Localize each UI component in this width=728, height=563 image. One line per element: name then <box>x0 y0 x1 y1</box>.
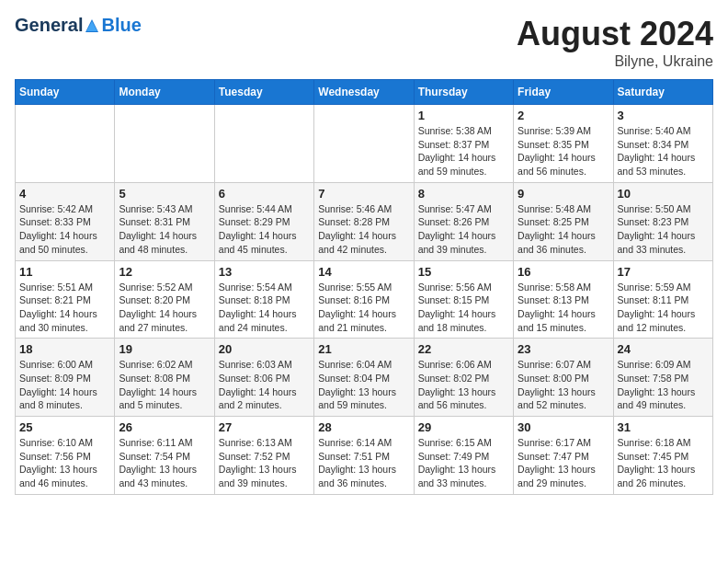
day-number: 25 <box>19 420 110 434</box>
week-row-2: 4Sunrise: 5:42 AM Sunset: 8:33 PM Daylig… <box>16 182 713 260</box>
calendar-cell: 11Sunrise: 5:51 AM Sunset: 8:21 PM Dayli… <box>16 260 115 339</box>
day-number: 31 <box>618 420 709 434</box>
day-number: 20 <box>219 342 310 356</box>
calendar-cell: 1Sunrise: 5:38 AM Sunset: 8:37 PM Daylig… <box>414 105 513 183</box>
calendar-cell: 24Sunrise: 6:09 AM Sunset: 7:58 PM Dayli… <box>613 339 712 417</box>
calendar-cell: 28Sunrise: 6:14 AM Sunset: 7:51 PM Dayli… <box>314 417 414 495</box>
calendar-cell: 7Sunrise: 5:46 AM Sunset: 8:28 PM Daylig… <box>314 182 414 260</box>
day-number: 14 <box>318 265 409 279</box>
calendar-cell: 26Sunrise: 6:11 AM Sunset: 7:54 PM Dayli… <box>115 417 214 495</box>
calendar-cell: 10Sunrise: 5:50 AM Sunset: 8:23 PM Dayli… <box>613 182 712 260</box>
day-number: 16 <box>518 265 609 279</box>
day-info: Sunrise: 6:15 AM Sunset: 7:49 PM Dayligh… <box>418 436 509 490</box>
day-info: Sunrise: 5:42 AM Sunset: 8:33 PM Dayligh… <box>19 202 110 257</box>
day-info: Sunrise: 6:03 AM Sunset: 8:06 PM Dayligh… <box>219 358 310 412</box>
calendar-cell: 18Sunrise: 6:00 AM Sunset: 8:09 PM Dayli… <box>16 339 115 417</box>
logo-icon <box>84 17 100 34</box>
calendar-cell: 29Sunrise: 6:15 AM Sunset: 7:49 PM Dayli… <box>414 417 513 495</box>
day-number: 13 <box>219 265 310 279</box>
day-number: 28 <box>318 420 409 434</box>
day-number: 23 <box>518 342 609 356</box>
page-header: General Blue August 2024 Bilyne, Ukraine <box>15 15 713 70</box>
day-info: Sunrise: 5:50 AM Sunset: 8:23 PM Dayligh… <box>618 202 709 257</box>
day-info: Sunrise: 6:11 AM Sunset: 7:54 PM Dayligh… <box>119 436 210 490</box>
day-info: Sunrise: 5:48 AM Sunset: 8:25 PM Dayligh… <box>518 202 609 257</box>
day-number: 17 <box>618 265 709 279</box>
day-info: Sunrise: 5:39 AM Sunset: 8:35 PM Dayligh… <box>518 124 609 178</box>
calendar-body: 1Sunrise: 5:38 AM Sunset: 8:37 PM Daylig… <box>16 105 713 495</box>
week-row-3: 11Sunrise: 5:51 AM Sunset: 8:21 PM Dayli… <box>16 260 713 339</box>
day-info: Sunrise: 5:56 AM Sunset: 8:15 PM Dayligh… <box>418 281 509 335</box>
calendar-cell: 5Sunrise: 5:43 AM Sunset: 8:31 PM Daylig… <box>115 182 214 260</box>
day-info: Sunrise: 6:10 AM Sunset: 7:56 PM Dayligh… <box>19 436 110 490</box>
day-info: Sunrise: 5:55 AM Sunset: 8:16 PM Dayligh… <box>318 281 409 335</box>
calendar-cell: 19Sunrise: 6:02 AM Sunset: 8:08 PM Dayli… <box>115 339 214 417</box>
day-info: Sunrise: 6:04 AM Sunset: 8:04 PM Dayligh… <box>318 358 409 412</box>
day-info: Sunrise: 5:47 AM Sunset: 8:26 PM Dayligh… <box>418 202 509 257</box>
calendar-cell: 12Sunrise: 5:52 AM Sunset: 8:20 PM Dayli… <box>115 260 214 339</box>
day-number: 22 <box>418 342 509 356</box>
day-number: 30 <box>518 420 609 434</box>
day-info: Sunrise: 6:06 AM Sunset: 8:02 PM Dayligh… <box>418 358 509 412</box>
weekday-header-friday: Friday <box>514 80 613 105</box>
calendar-cell: 3Sunrise: 5:40 AM Sunset: 8:34 PM Daylig… <box>613 105 712 183</box>
day-info: Sunrise: 5:38 AM Sunset: 8:37 PM Dayligh… <box>418 124 509 178</box>
calendar-cell <box>16 105 115 183</box>
calendar-table: SundayMondayTuesdayWednesdayThursdayFrid… <box>15 79 713 495</box>
week-row-5: 25Sunrise: 6:10 AM Sunset: 7:56 PM Dayli… <box>16 417 713 495</box>
day-number: 27 <box>219 420 310 434</box>
day-info: Sunrise: 5:51 AM Sunset: 8:21 PM Dayligh… <box>19 281 110 335</box>
day-number: 3 <box>618 109 709 122</box>
day-info: Sunrise: 5:52 AM Sunset: 8:20 PM Dayligh… <box>119 281 210 335</box>
day-info: Sunrise: 5:58 AM Sunset: 8:13 PM Dayligh… <box>518 281 609 335</box>
day-number: 1 <box>418 109 509 122</box>
calendar-cell: 13Sunrise: 5:54 AM Sunset: 8:18 PM Dayli… <box>214 260 313 339</box>
calendar-cell: 30Sunrise: 6:17 AM Sunset: 7:47 PM Dayli… <box>514 417 613 495</box>
day-number: 24 <box>618 342 709 356</box>
day-number: 29 <box>418 420 509 434</box>
day-info: Sunrise: 6:17 AM Sunset: 7:47 PM Dayligh… <box>518 436 609 490</box>
day-number: 11 <box>19 265 110 279</box>
day-number: 9 <box>518 187 609 201</box>
day-number: 8 <box>418 187 509 201</box>
calendar-header: SundayMondayTuesdayWednesdayThursdayFrid… <box>16 80 713 105</box>
logo-blue-text: Blue <box>101 15 141 36</box>
day-info: Sunrise: 6:14 AM Sunset: 7:51 PM Dayligh… <box>318 436 409 490</box>
day-number: 7 <box>318 187 409 201</box>
calendar-cell: 27Sunrise: 6:13 AM Sunset: 7:52 PM Dayli… <box>214 417 313 495</box>
day-info: Sunrise: 5:54 AM Sunset: 8:18 PM Dayligh… <box>219 281 310 335</box>
day-number: 6 <box>219 187 310 201</box>
calendar-cell: 21Sunrise: 6:04 AM Sunset: 8:04 PM Dayli… <box>314 339 414 417</box>
logo: General Blue <box>15 15 142 36</box>
calendar-cell: 20Sunrise: 6:03 AM Sunset: 8:06 PM Dayli… <box>214 339 313 417</box>
page-title: August 2024 <box>517 15 713 53</box>
calendar-cell: 31Sunrise: 6:18 AM Sunset: 7:45 PM Dayli… <box>613 417 712 495</box>
calendar-cell: 22Sunrise: 6:06 AM Sunset: 8:02 PM Dayli… <box>414 339 513 417</box>
day-info: Sunrise: 6:02 AM Sunset: 8:08 PM Dayligh… <box>119 358 210 412</box>
day-info: Sunrise: 6:13 AM Sunset: 7:52 PM Dayligh… <box>219 436 310 490</box>
weekday-header-thursday: Thursday <box>414 80 513 105</box>
weekday-header-saturday: Saturday <box>613 80 712 105</box>
day-number: 5 <box>119 187 210 201</box>
calendar-cell: 4Sunrise: 5:42 AM Sunset: 8:33 PM Daylig… <box>16 182 115 260</box>
day-number: 18 <box>19 342 110 356</box>
day-info: Sunrise: 6:09 AM Sunset: 7:58 PM Dayligh… <box>618 358 709 412</box>
day-number: 26 <box>119 420 210 434</box>
weekday-header-sunday: Sunday <box>16 80 115 105</box>
title-block: August 2024 Bilyne, Ukraine <box>517 15 713 70</box>
weekday-header-tuesday: Tuesday <box>214 80 313 105</box>
week-row-1: 1Sunrise: 5:38 AM Sunset: 8:37 PM Daylig… <box>16 105 713 183</box>
day-info: Sunrise: 5:43 AM Sunset: 8:31 PM Dayligh… <box>119 202 210 257</box>
day-info: Sunrise: 5:40 AM Sunset: 8:34 PM Dayligh… <box>618 124 709 178</box>
calendar-cell: 14Sunrise: 5:55 AM Sunset: 8:16 PM Dayli… <box>314 260 414 339</box>
day-number: 15 <box>418 265 509 279</box>
calendar-cell: 15Sunrise: 5:56 AM Sunset: 8:15 PM Dayli… <box>414 260 513 339</box>
page-subtitle: Bilyne, Ukraine <box>517 53 713 70</box>
day-number: 19 <box>119 342 210 356</box>
calendar-cell <box>214 105 313 183</box>
day-number: 21 <box>318 342 409 356</box>
logo-general-text: General <box>15 15 83 36</box>
day-info: Sunrise: 6:07 AM Sunset: 8:00 PM Dayligh… <box>518 358 609 412</box>
calendar-cell: 8Sunrise: 5:47 AM Sunset: 8:26 PM Daylig… <box>414 182 513 260</box>
day-number: 4 <box>19 187 110 201</box>
